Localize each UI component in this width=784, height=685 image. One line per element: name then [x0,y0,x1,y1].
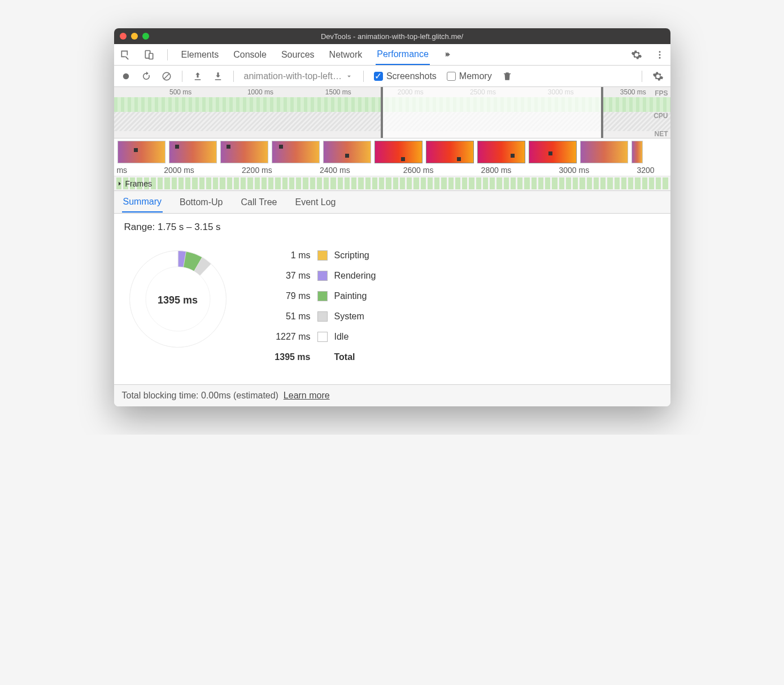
legend-label: System [334,311,364,322]
summary-donut-chart: 1395 ms [124,245,232,355]
tab-performance[interactable]: Performance [376,45,430,65]
divider [233,71,234,82]
clear-button[interactable] [162,71,172,81]
frames-label: Frames [125,179,152,188]
svg-point-4 [659,57,660,58]
inspect-element-icon[interactable] [120,49,131,60]
zoom-window-button[interactable] [142,33,149,40]
screenshot-thumbnail[interactable] [374,141,423,163]
flame-chart-panel[interactable]: ms 2000 ms 2200 ms 2400 ms 2600 ms 2800 … [114,166,670,191]
main-tab-bar: Elements Console Sources Network Perform… [114,44,670,66]
svg-point-3 [659,54,660,55]
legend-row: 51 msSystem [265,306,376,327]
chevron-down-icon [345,72,353,80]
overview-tick: 1500 ms [325,88,351,96]
divider [167,49,168,60]
svg-rect-1 [149,53,153,59]
net-lane-label: NET [655,130,668,138]
timeline-tick: 2200 ms [242,166,272,175]
legend-ms: 37 ms [265,271,311,281]
legend-label: Total [334,352,355,362]
frame-bars [114,177,670,189]
legend-swatch [317,332,328,342]
frames-track-header[interactable]: Frames [116,179,152,188]
tab-summary[interactable]: Summary [122,192,163,213]
screenshots-filmstrip[interactable] [114,138,670,166]
window-titlebar[interactable]: DevTools - animation-with-top-left.glitc… [114,28,670,44]
screenshots-checkbox[interactable]: ✓ Screenshots [374,71,437,81]
screenshot-thumbnail[interactable] [272,141,320,163]
details-tab-bar: Summary Bottom-Up Call Tree Event Log [114,191,670,214]
status-bar: Total blocking time: 0.00ms (estimated) … [114,384,670,406]
timeline-tick: 3000 ms [559,166,590,175]
overview-tick: 3500 ms [620,88,646,96]
settings-icon[interactable] [631,49,642,60]
more-tabs-icon[interactable] [442,50,452,60]
legend-row: 79 msPainting [265,286,376,306]
overview-selection-handle[interactable] [381,87,603,138]
summary-legend: 1 msScripting37 msRendering79 msPainting… [265,245,376,367]
reload-record-button[interactable] [141,71,151,81]
legend-ms: 1227 ms [265,332,311,342]
cpu-lane-label: CPU [654,112,668,120]
legend-swatch [317,291,328,301]
screenshot-thumbnail[interactable] [169,141,217,163]
tab-sources[interactable]: Sources [280,45,316,64]
screenshot-thumbnail[interactable] [323,141,371,163]
legend-swatch [317,311,328,322]
capture-settings-icon[interactable] [652,71,664,82]
screenshot-thumbnail[interactable] [117,141,165,163]
upload-profile-icon[interactable] [193,71,203,81]
checkbox-icon: ✓ [374,72,383,81]
timeline-tick: 3200 [637,166,654,175]
frames-track[interactable]: Frames [114,176,670,190]
screenshot-thumbnail[interactable] [580,141,628,163]
screenshot-thumbnail[interactable] [529,141,577,163]
timeline-tick: 2000 ms [164,166,194,175]
screenshot-thumbnail[interactable] [220,141,268,163]
legend-ms: 1 ms [265,250,311,261]
tab-network[interactable]: Network [328,45,364,64]
download-profile-icon[interactable] [213,71,223,81]
legend-swatch [317,271,328,281]
dropdown-label: animation-with-top-left… [244,71,342,81]
device-toolbar-icon[interactable] [143,49,155,60]
timeline-tick: ms [116,166,127,175]
blocking-time-label: Total blocking time: 0.00ms (estimated) [122,391,278,400]
legend-ms: 79 ms [265,291,311,301]
tab-bottom-up[interactable]: Bottom-Up [178,193,224,212]
learn-more-link[interactable]: Learn more [284,391,330,400]
overview-panel[interactable]: 500 ms 1000 ms 1500 ms 2000 ms 2500 ms 3… [114,87,670,138]
legend-row: 37 msRendering [265,266,376,286]
divider [182,71,182,82]
range-label: Range: 1.75 s – 3.15 s [124,222,660,233]
memory-label: Memory [459,71,492,81]
minimize-window-button[interactable] [131,33,138,40]
tab-call-tree[interactable]: Call Tree [239,193,278,212]
screenshot-thumbnail[interactable] [631,141,643,163]
fps-lane-label: FPS [655,89,668,97]
screenshots-label: Screenshots [386,71,437,81]
screenshot-thumbnail[interactable] [426,141,474,163]
tab-event-log[interactable]: Event Log [294,193,337,212]
traffic-lights [120,33,149,40]
tab-console[interactable]: Console [232,45,268,64]
legend-ms: 1395 ms [265,352,311,362]
profile-selector-dropdown[interactable]: animation-with-top-left… [244,71,353,81]
screenshot-thumbnail[interactable] [477,141,525,163]
kebab-menu-icon[interactable] [655,50,665,60]
divider [642,71,642,82]
tab-elements[interactable]: Elements [180,45,220,64]
garbage-collect-icon[interactable] [502,71,512,81]
legend-row: 1395 msTotal [265,347,376,367]
legend-label: Scripting [334,250,369,261]
legend-swatch [317,250,328,261]
legend-label: Painting [334,291,367,301]
timeline-tick: 2800 ms [481,166,512,175]
legend-row: 1 msScripting [265,245,376,266]
svg-point-5 [123,73,129,79]
timeline-tick: 2400 ms [320,166,350,175]
record-button[interactable] [121,71,131,81]
close-window-button[interactable] [120,33,127,40]
memory-checkbox[interactable]: Memory [447,71,492,81]
